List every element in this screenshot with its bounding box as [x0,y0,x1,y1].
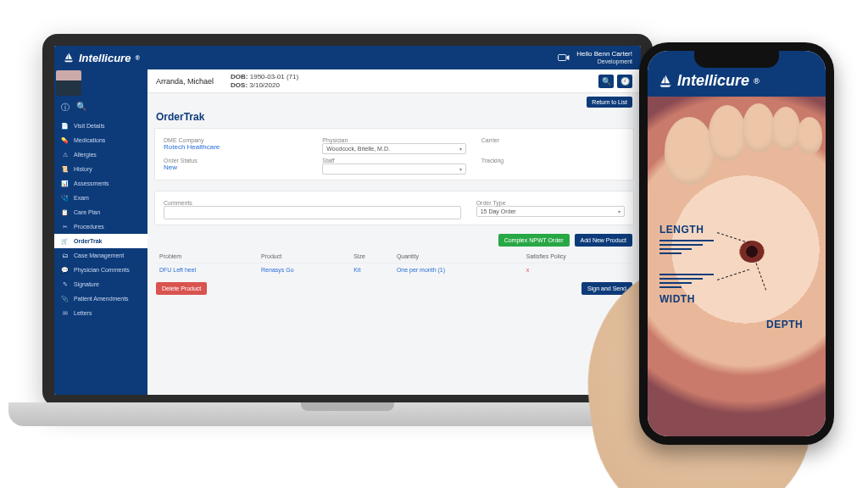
wound-marker[interactable] [739,241,765,263]
sidebar-item-history[interactable]: 📜History [54,162,147,176]
phone-screen: Intellicure® LENGTH WIDTH DEPTH [648,51,826,436]
sidebar-item-label: Exam [74,195,89,201]
sailboat-icon [658,74,673,89]
comments-input[interactable] [164,206,461,219]
avatar[interactable] [56,70,81,96]
sidebar-item-physician-comments[interactable]: 💬Physician Comments [54,263,147,277]
length-ruler-icon [659,237,714,257]
sidebar-item-ordertrak[interactable]: 🛒OrderTrak [54,234,147,248]
order-type-select[interactable]: 15 Day Order▾ [476,206,625,217]
delete-product-button[interactable]: Delete Product [156,282,207,295]
sidebar-item-icon: 📊 [61,180,69,187]
toe-graphic [709,105,746,161]
wound-photo[interactable]: LENGTH WIDTH DEPTH [648,97,826,436]
laptop-base [8,402,687,426]
patient-name: Arranda, Michael [156,77,214,86]
depth-label: DEPTH [766,319,803,330]
staff-select[interactable]: ▾ [322,164,465,175]
sailboat-icon [63,52,75,64]
sidebar-item-label: Case Management [74,252,124,258]
sidebar-item-label: Assessments [74,180,109,186]
sidebar: ⓘ 🔍 📄Visit Details💊Medications⚠Allergies… [54,69,147,395]
sidebar-search-icon[interactable]: 🔍 [76,102,86,114]
sidebar-item-label: History [74,166,92,172]
sidebar-item-label: Patient Amendments [74,296,129,302]
patient-bar: Arranda, Michael DOB: 1950-03-01 (71) DO… [147,69,641,93]
sidebar-item-icon: 📜 [61,165,69,173]
dme-company-value[interactable]: Rotech Healthcare [164,143,307,151]
sidebar-item-medications[interactable]: 💊Medications [54,133,147,147]
length-label: LENGTH [659,224,704,236]
toe-graphic [743,103,775,152]
sidebar-item-icon: ✉ [61,309,69,317]
toe-graphic [797,117,822,154]
main-panel: Arranda, Michael DOB: 1950-03-01 (71) DO… [147,69,641,395]
sidebar-item-icon: ✎ [61,280,69,288]
phone-in-hand: Intellicure® LENGTH WIDTH DEPTH [622,42,843,483]
length-callout-line [717,232,749,243]
sidebar-item-icon: 📎 [61,295,69,302]
brand-text: Intellicure [79,52,131,64]
svg-rect-0 [559,55,566,61]
brand-logo: Intellicure® [63,52,140,64]
sidebar-item-assessments[interactable]: 📊Assessments [54,176,147,191]
sidebar-item-case-management[interactable]: 🗂Case Management [54,248,147,263]
sidebar-item-signature[interactable]: ✎Signature [54,277,147,291]
order-status-value[interactable]: New [164,164,307,171]
sidebar-info-icon[interactable]: ⓘ [61,102,70,114]
physician-select[interactable]: Woodcock, Brielle, M.D.▾ [322,143,465,154]
sidebar-item-icon: ⚠ [61,151,69,158]
sidebar-item-procedures[interactable]: ✂Procedures [54,219,147,234]
phone-notch [694,51,779,68]
width-ruler-icon [659,271,714,291]
sidebar-item-label: Allergies [74,152,97,158]
sidebar-item-label: Medications [74,137,105,143]
patient-dob-block: DOB: 1950-03-01 (71) DOS: 3/10/2020 [231,73,298,89]
toe-graphic [665,117,714,185]
sidebar-item-icon: 🗂 [61,252,69,259]
search-button[interactable]: 🔍 [598,75,614,88]
sidebar-item-label: Signature [74,281,99,287]
width-label: WIDTH [659,293,695,305]
order-form-section: DME CompanyRotech Healthcare Physician W… [154,128,634,180]
toe-graphic [771,107,800,151]
sidebar-item-label: Care Plan [74,209,100,215]
sidebar-item-icon: 📄 [61,122,69,130]
phone-frame: Intellicure® LENGTH WIDTH DEPTH [639,42,834,445]
comments-section: Comments Order Type 15 Day Order▾ [154,191,634,225]
sidebar-item-label: Visit Details [74,123,104,129]
sidebar-item-icon: 💊 [61,136,69,144]
complex-npwt-button[interactable]: Complex NPWT Order [498,234,570,247]
sidebar-item-visit-details[interactable]: 📄Visit Details [54,119,147,133]
sidebar-item-icon: ✂ [61,223,69,230]
sidebar-item-label: OrderTrak [74,238,102,244]
sidebar-item-icon: 📋 [61,208,69,216]
avatar-box [54,69,147,97]
width-callout-line [717,269,749,280]
laptop-screen: Intellicure® Hello Benn Carter! Developm… [54,46,641,395]
table-row[interactable]: DFU Left heel Renasys Go Kit One per mon… [156,263,632,277]
sidebar-item-icon: 🛒 [61,237,69,245]
sidebar-item-icon: 💬 [61,266,69,274]
sidebar-item-exam[interactable]: 🩺Exam [54,191,147,205]
camera-icon[interactable] [558,53,570,62]
page-title: OrderTrak [156,111,632,123]
sidebar-item-label: Procedures [74,224,104,230]
sidebar-item-letters[interactable]: ✉Letters [54,306,147,320]
phone-brand-logo: Intellicure® [658,72,760,90]
sidebar-item-icon: 🩺 [61,194,69,202]
app-header: Intellicure® Hello Benn Carter! Developm… [54,46,641,69]
sidebar-item-label: Physician Comments [74,267,130,273]
order-table: Problem Product Size Quantity Satisfies … [156,250,632,277]
sidebar-item-allergies[interactable]: ⚠Allergies [54,147,147,162]
depth-callout-line [756,263,767,290]
sidebar-item-label: Letters [74,310,92,316]
sidebar-item-patient-amendments[interactable]: 📎Patient Amendments [54,291,147,306]
laptop-frame: Intellicure® Hello Benn Carter! Developm… [42,34,653,407]
sidebar-item-care-plan[interactable]: 📋Care Plan [54,205,147,219]
